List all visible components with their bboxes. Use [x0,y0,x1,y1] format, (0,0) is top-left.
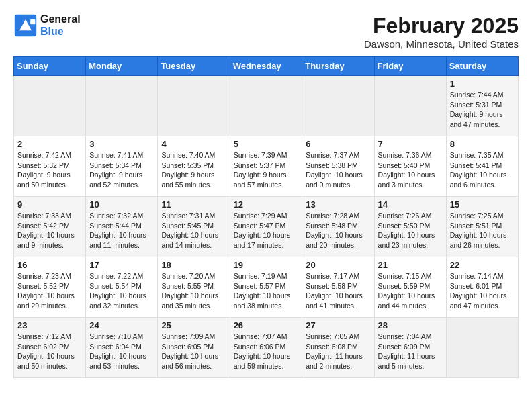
day-cell [230,76,302,136]
day-number: 19 [234,260,299,270]
week-row-3: 9Sunrise: 7:33 AM Sunset: 5:42 PM Daylig… [14,197,519,257]
day-info: Sunrise: 7:12 AM Sunset: 6:02 PM Dayligh… [17,332,82,371]
day-info: Sunrise: 7:29 AM Sunset: 5:47 PM Dayligh… [234,211,299,250]
header-saturday: Saturday [446,57,518,76]
page-header: General Blue February 2025 Dawson, Minne… [13,13,519,50]
day-info: Sunrise: 7:37 AM Sunset: 5:38 PM Dayligh… [306,150,370,190]
day-cell: 26Sunrise: 7:07 AM Sunset: 6:06 PM Dayli… [230,318,302,378]
day-number: 28 [378,320,443,330]
day-number: 11 [161,199,226,210]
week-row-5: 23Sunrise: 7:12 AM Sunset: 6:02 PM Dayli… [14,318,519,378]
day-cell: 15Sunrise: 7:25 AM Sunset: 5:51 PM Dayli… [446,197,518,257]
day-cell [374,76,446,136]
day-info: Sunrise: 7:33 AM Sunset: 5:42 PM Dayligh… [17,211,82,250]
day-number: 9 [17,199,82,210]
day-info: Sunrise: 7:39 AM Sunset: 5:37 PM Dayligh… [234,150,299,190]
header-row: SundayMondayTuesdayWednesdayThursdayFrid… [14,57,519,76]
day-cell: 20Sunrise: 7:17 AM Sunset: 5:58 PM Dayli… [302,257,374,318]
day-cell: 24Sunrise: 7:10 AM Sunset: 6:04 PM Dayli… [86,318,158,378]
day-info: Sunrise: 7:15 AM Sunset: 5:59 PM Dayligh… [378,271,443,311]
week-row-2: 2Sunrise: 7:42 AM Sunset: 5:32 PM Daylig… [14,136,519,197]
day-cell: 23Sunrise: 7:12 AM Sunset: 6:02 PM Dayli… [14,318,86,378]
day-info: Sunrise: 7:42 AM Sunset: 5:32 PM Dayligh… [17,150,82,190]
day-info: Sunrise: 7:19 AM Sunset: 5:57 PM Dayligh… [234,271,299,311]
day-number: 22 [450,260,515,270]
day-info: Sunrise: 7:14 AM Sunset: 6:01 PM Dayligh… [450,271,515,311]
day-number: 27 [306,320,370,330]
day-cell: 13Sunrise: 7:28 AM Sunset: 5:48 PM Dayli… [302,197,374,257]
header-tuesday: Tuesday [158,57,230,76]
day-number: 6 [306,139,370,149]
day-number: 3 [89,139,154,149]
day-number: 15 [450,199,515,210]
day-number: 2 [17,139,82,149]
day-info: Sunrise: 7:41 AM Sunset: 5:34 PM Dayligh… [89,150,154,190]
day-cell: 8Sunrise: 7:35 AM Sunset: 5:41 PM Daylig… [446,136,518,197]
calendar-header: SundayMondayTuesdayWednesdayThursdayFrid… [14,57,519,76]
day-number: 20 [306,260,370,270]
day-number: 17 [89,260,154,270]
day-info: Sunrise: 7:32 AM Sunset: 5:44 PM Dayligh… [89,211,154,250]
day-cell [86,76,158,136]
day-cell [14,76,86,136]
day-info: Sunrise: 7:36 AM Sunset: 5:40 PM Dayligh… [378,150,443,190]
day-number: 4 [161,139,226,149]
day-number: 18 [161,260,226,270]
day-cell: 1Sunrise: 7:44 AM Sunset: 5:31 PM Daylig… [446,76,518,136]
day-info: Sunrise: 7:44 AM Sunset: 5:31 PM Dayligh… [450,90,515,130]
svg-rect-2 [30,19,35,24]
day-cell: 25Sunrise: 7:09 AM Sunset: 6:05 PM Dayli… [158,318,230,378]
day-info: Sunrise: 7:17 AM Sunset: 5:58 PM Dayligh… [306,271,370,311]
location-title: Dawson, Minnesota, United States [364,38,519,50]
day-info: Sunrise: 7:31 AM Sunset: 5:45 PM Dayligh… [161,211,226,250]
day-info: Sunrise: 7:10 AM Sunset: 6:04 PM Dayligh… [89,332,154,371]
day-cell: 21Sunrise: 7:15 AM Sunset: 5:59 PM Dayli… [374,257,446,318]
week-row-1: 1Sunrise: 7:44 AM Sunset: 5:31 PM Daylig… [14,76,519,136]
day-number: 1 [450,79,515,89]
day-number: 13 [306,199,370,210]
day-cell: 27Sunrise: 7:05 AM Sunset: 6:08 PM Dayli… [302,318,374,378]
day-info: Sunrise: 7:04 AM Sunset: 6:09 PM Dayligh… [378,332,443,371]
week-row-4: 16Sunrise: 7:23 AM Sunset: 5:52 PM Dayli… [14,257,519,318]
title-area: February 2025 Dawson, Minnesota, United … [364,13,519,50]
day-info: Sunrise: 7:28 AM Sunset: 5:48 PM Dayligh… [306,211,370,250]
day-cell: 18Sunrise: 7:20 AM Sunset: 5:55 PM Dayli… [158,257,230,318]
day-number: 25 [161,320,226,330]
day-cell: 7Sunrise: 7:36 AM Sunset: 5:40 PM Daylig… [374,136,446,197]
logo: General Blue [13,13,81,38]
day-number: 24 [89,320,154,330]
calendar-body: 1Sunrise: 7:44 AM Sunset: 5:31 PM Daylig… [14,76,519,378]
day-cell: 5Sunrise: 7:39 AM Sunset: 5:37 PM Daylig… [230,136,302,197]
day-cell: 2Sunrise: 7:42 AM Sunset: 5:32 PM Daylig… [14,136,86,197]
header-friday: Friday [374,57,446,76]
day-cell: 3Sunrise: 7:41 AM Sunset: 5:34 PM Daylig… [86,136,158,197]
calendar: SundayMondayTuesdayWednesdayThursdayFrid… [13,56,519,378]
day-cell [158,76,230,136]
day-cell: 19Sunrise: 7:19 AM Sunset: 5:57 PM Dayli… [230,257,302,318]
day-info: Sunrise: 7:22 AM Sunset: 5:54 PM Dayligh… [89,271,154,311]
header-monday: Monday [86,57,158,76]
day-info: Sunrise: 7:26 AM Sunset: 5:50 PM Dayligh… [378,211,443,250]
day-cell: 6Sunrise: 7:37 AM Sunset: 5:38 PM Daylig… [302,136,374,197]
header-wednesday: Wednesday [230,57,302,76]
day-info: Sunrise: 7:35 AM Sunset: 5:41 PM Dayligh… [450,150,515,190]
day-cell: 28Sunrise: 7:04 AM Sunset: 6:09 PM Dayli… [374,318,446,378]
day-info: Sunrise: 7:40 AM Sunset: 5:35 PM Dayligh… [161,150,226,190]
day-cell: 12Sunrise: 7:29 AM Sunset: 5:47 PM Dayli… [230,197,302,257]
month-title: February 2025 [364,13,519,38]
day-cell [446,318,518,378]
day-info: Sunrise: 7:05 AM Sunset: 6:08 PM Dayligh… [306,332,370,371]
day-number: 10 [89,199,154,210]
day-number: 12 [234,199,299,210]
day-info: Sunrise: 7:23 AM Sunset: 5:52 PM Dayligh… [17,271,82,311]
day-cell: 11Sunrise: 7:31 AM Sunset: 5:45 PM Dayli… [158,197,230,257]
day-info: Sunrise: 7:20 AM Sunset: 5:55 PM Dayligh… [161,271,226,311]
day-info: Sunrise: 7:25 AM Sunset: 5:51 PM Dayligh… [450,211,515,250]
header-sunday: Sunday [14,57,86,76]
day-info: Sunrise: 7:09 AM Sunset: 6:05 PM Dayligh… [161,332,226,371]
day-cell: 16Sunrise: 7:23 AM Sunset: 5:52 PM Dayli… [14,257,86,318]
day-cell: 10Sunrise: 7:32 AM Sunset: 5:44 PM Dayli… [86,197,158,257]
header-thursday: Thursday [302,57,374,76]
day-number: 21 [378,260,443,270]
day-number: 14 [378,199,443,210]
